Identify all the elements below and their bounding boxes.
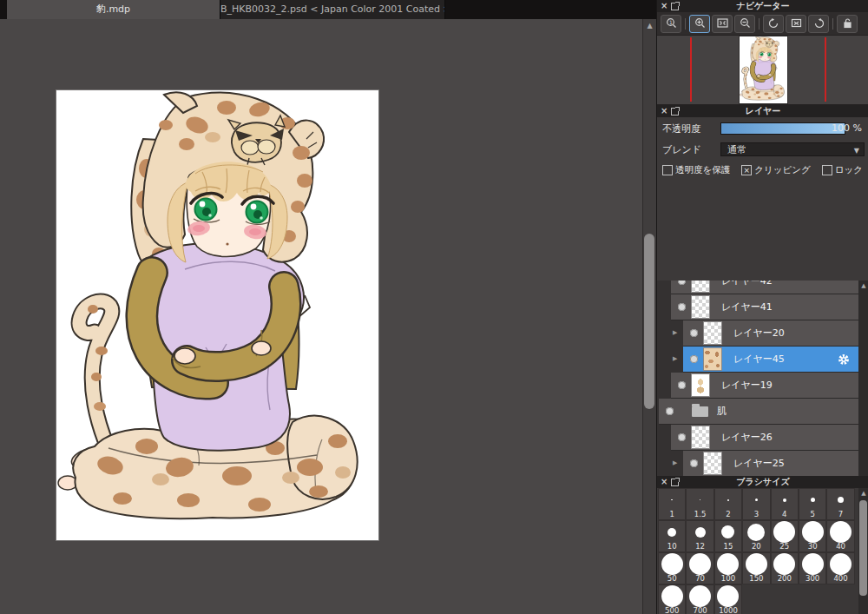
brush-size-cell[interactable]: 300: [799, 552, 826, 584]
brush-size-cell[interactable]: 10: [658, 520, 686, 552]
brush-dot: [773, 553, 795, 575]
undock-icon[interactable]: [671, 479, 679, 486]
close-icon[interactable]: ×: [661, 477, 667, 487]
blend-mode-select[interactable]: 通常 ▼: [720, 142, 865, 156]
rotate-left-button[interactable]: [763, 15, 784, 33]
layer-row[interactable]: レイヤー41: [671, 294, 858, 320]
brush-size-cell[interactable]: 4: [771, 488, 799, 520]
brush-size-cell[interactable]: 30: [799, 520, 826, 552]
view-guide-right: [825, 37, 826, 102]
brush-size-label: 200: [778, 575, 792, 584]
brush-size-label: 10: [667, 543, 677, 551]
separator: [685, 18, 686, 30]
rotate-right-icon: [812, 16, 825, 32]
layer-row[interactable]: レイヤー26: [671, 425, 858, 451]
layer-thumbnail: [704, 348, 721, 370]
undock-icon[interactable]: [671, 108, 679, 116]
brush-size-cell[interactable]: 1.5: [686, 488, 713, 520]
brush-size-cell[interactable]: 5: [799, 488, 826, 520]
layer-row[interactable]: ▶レイヤー20: [683, 320, 858, 347]
scroll-up-icon[interactable]: ▲: [858, 490, 868, 497]
zoom-out-button[interactable]: [734, 15, 755, 33]
brush-size-cell[interactable]: 1: [658, 488, 686, 520]
layer-name: 肌: [717, 405, 727, 418]
close-icon[interactable]: ×: [661, 106, 667, 116]
brush-size-cell[interactable]: 70: [686, 552, 713, 584]
checkbox-clipping[interactable]: ×クリッピング: [741, 164, 810, 176]
layer-panel: × レイヤー 不透明度 100 % ブレンド 通常 ▼ 透明度を保護×クリッピン…: [657, 105, 868, 176]
layer-row[interactable]: ▶レイヤー45: [683, 347, 858, 373]
brush-size-cell[interactable]: 700: [686, 584, 713, 614]
layer-settings-gear-icon[interactable]: [838, 353, 850, 369]
layer-visibility-icon[interactable]: [690, 329, 698, 337]
canvas-vertical-scrollbar[interactable]: ▲: [642, 19, 656, 614]
brush-dot: [747, 524, 765, 541]
document-tab[interactable]: 豹.mdp: [7, 0, 220, 19]
brush-size-cell[interactable]: 500: [658, 584, 686, 614]
brush-size-cell[interactable]: 40: [826, 520, 854, 552]
layer-thumbnail: [692, 426, 709, 448]
undock-icon[interactable]: [671, 3, 679, 10]
brush-size-cell[interactable]: 200: [771, 552, 799, 584]
checkbox-icon: ×: [741, 165, 752, 175]
brush-size-label: 1.5: [694, 511, 707, 519]
blend-mode-value: 通常: [727, 144, 746, 155]
brush-dot: [811, 498, 815, 502]
canvas-scrollbar-thumb[interactable]: [645, 234, 654, 408]
lock-button[interactable]: [837, 15, 858, 33]
zoom-actual-size-button[interactable]: 1: [661, 15, 681, 33]
checkbox-protect-alpha[interactable]: 透明度を保護: [662, 164, 730, 176]
layer-visibility-icon[interactable]: [666, 407, 674, 415]
scroll-up-icon[interactable]: ▲: [858, 282, 868, 289]
scroll-up-icon[interactable]: ▲: [643, 22, 656, 30]
layer-visibility-icon[interactable]: [678, 433, 686, 441]
brush-dot: [755, 498, 758, 501]
layer-visibility-icon[interactable]: [690, 459, 698, 467]
checkbox-lock[interactable]: ロック: [822, 164, 863, 176]
brush-size-cell[interactable]: 150: [742, 552, 770, 584]
layer-visibility-icon[interactable]: [690, 355, 698, 363]
brush-size-cell[interactable]: 2: [714, 488, 742, 520]
brush-size-cell[interactable]: 1000: [714, 584, 742, 614]
brush-size-cell[interactable]: 15: [714, 520, 742, 552]
navigator-preview[interactable]: [657, 36, 868, 105]
brush-size-label: 500: [665, 607, 679, 614]
navigator-thumbnail[interactable]: [740, 36, 787, 103]
canvas-area[interactable]: [0, 19, 642, 614]
layer-name: レイヤー19: [721, 379, 773, 392]
rotate-reset-button[interactable]: [786, 15, 806, 33]
brush-dot: [695, 527, 706, 538]
clip-indicator-icon: ▶: [673, 329, 677, 336]
brush-scrollbar[interactable]: ▲: [858, 488, 868, 614]
brush-size-cell[interactable]: 400: [826, 552, 854, 584]
document-canvas[interactable]: [56, 90, 378, 540]
layer-visibility-icon[interactable]: [678, 303, 686, 311]
layer-row[interactable]: レイヤー19: [671, 373, 858, 399]
brush-size-cell[interactable]: 3: [742, 488, 770, 520]
document-tab-bar: 豹.mdpB_HKB0032_2.psd < Japan Color 2001 …: [0, 0, 656, 19]
brush-size-cell[interactable]: 20: [742, 520, 770, 552]
opacity-label: 不透明度: [662, 122, 700, 135]
close-icon[interactable]: ×: [661, 1, 667, 11]
navigator-artwork: [740, 36, 787, 103]
layer-row[interactable]: ▶レイヤー25: [683, 451, 858, 477]
brush-dot: [773, 521, 795, 543]
opacity-slider[interactable]: [720, 122, 845, 135]
document-tab[interactable]: B_HKB0032_2.psd < Japan Color 2001 Coate…: [220, 0, 445, 19]
layer-name: レイヤー20: [733, 327, 785, 340]
zoom-in-button[interactable]: [689, 15, 710, 33]
layer-visibility-icon[interactable]: [678, 281, 686, 285]
brush-scrollbar-thumb[interactable]: [859, 500, 867, 596]
rotate-right-button[interactable]: [808, 15, 829, 33]
brush-size-cell[interactable]: 25: [771, 520, 799, 552]
brush-size-cell[interactable]: 100: [714, 552, 742, 584]
brush-size-cell[interactable]: 50: [658, 552, 686, 584]
layer-visibility-icon[interactable]: [678, 381, 686, 389]
fit-to-window-button[interactable]: [712, 15, 733, 33]
clip-indicator-icon: ▶: [673, 459, 677, 466]
layer-folder-row[interactable]: 肌: [659, 399, 858, 425]
dock-panels: × ナビゲーター 1 × レイヤー 不透明度 100 %: [656, 0, 868, 614]
brush-size-cell[interactable]: 12: [686, 520, 713, 552]
layer-row[interactable]: レイヤー42: [671, 281, 858, 294]
brush-size-cell[interactable]: 7: [826, 488, 854, 520]
